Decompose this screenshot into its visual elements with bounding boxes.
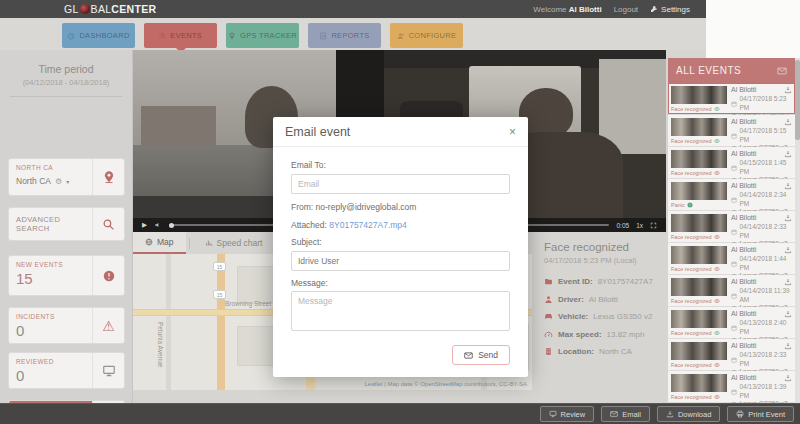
- tab-events[interactable]: ⚠ EVENTS: [144, 23, 217, 48]
- reviewed-card[interactable]: REVIEWED 0: [8, 352, 125, 389]
- event-thumbnail: [671, 150, 727, 168]
- download-icon[interactable]: [784, 246, 792, 254]
- new-events-card[interactable]: NEW EVENTS 15: [8, 255, 125, 296]
- tab-dashboard[interactable]: DASHBOARD: [62, 23, 135, 48]
- avenue-label: Petunia Avenue: [157, 322, 164, 367]
- event-date: 04/13/2018 2:40 PM: [740, 319, 796, 336]
- download-icon[interactable]: [784, 214, 792, 222]
- download-icon[interactable]: [784, 374, 792, 382]
- location-pin-icon[interactable]: [102, 170, 116, 184]
- volume-icon[interactable]: [154, 221, 162, 229]
- email-events-icon[interactable]: [777, 66, 787, 76]
- subject-input[interactable]: [291, 251, 510, 271]
- incidents-count: 0: [16, 322, 85, 339]
- calendar-icon: [731, 325, 737, 331]
- tab-gps-tracker[interactable]: GPS TRACKER: [226, 23, 299, 48]
- user-name: Al Bilotti: [569, 5, 602, 14]
- osm-link[interactable]: OpenStreetMap: [420, 381, 462, 387]
- street-label: Browning Street: [225, 300, 271, 307]
- video-scene-building: [141, 106, 216, 146]
- email-to-input[interactable]: [291, 174, 510, 194]
- event-list-item[interactable]: Face recognized Al Bilotti 04/17/2018 5:…: [668, 83, 795, 115]
- event-list-item[interactable]: Face recognized Al Bilotti 04/17/2018 5:…: [668, 115, 795, 147]
- time-period-title: Time period: [0, 63, 132, 75]
- user-config-icon: [397, 32, 405, 40]
- event-list-item[interactable]: Face recognized Al Bilotti 04/13/2018 1:…: [668, 371, 795, 403]
- printer-icon: [736, 410, 744, 418]
- close-icon[interactable]: ×: [509, 127, 516, 137]
- event-list-item[interactable]: Face recognized Al Bilotti 04/14/2018 2:…: [668, 211, 795, 243]
- download-button[interactable]: Download: [657, 406, 720, 422]
- event-type-badge: Panic: [671, 202, 685, 208]
- download-icon[interactable]: [784, 310, 792, 318]
- event-type-badge: Face recognized: [671, 394, 712, 400]
- alert-circle-icon: [102, 269, 116, 283]
- gear-icon[interactable]: ⚙: [55, 177, 62, 186]
- send-envelope-icon: [464, 351, 473, 360]
- eye-icon: [714, 298, 720, 304]
- event-thumbnail: [671, 374, 727, 392]
- folder-icon: [544, 277, 553, 286]
- event-list-item[interactable]: Face recognized Al Bilotti 04/13/2018 2:…: [668, 339, 795, 371]
- event-date: 04/14/2018 1:44 PM: [740, 255, 796, 272]
- email-icon: [610, 410, 618, 418]
- monitor-icon: [102, 364, 116, 378]
- events-scrollbar[interactable]: [795, 58, 800, 403]
- gauge-icon: [67, 32, 75, 40]
- tab-reports[interactable]: REPORTS: [308, 23, 381, 48]
- event-list-item[interactable]: Face recognized Al Bilotti 04/15/2018 1:…: [668, 147, 795, 179]
- message-textarea[interactable]: [291, 291, 510, 331]
- calendar-icon: [731, 389, 737, 395]
- detail-row-event-id: Event ID: 8Y01757427A7: [544, 277, 664, 286]
- tab-speed-chart[interactable]: Speed chart: [193, 232, 275, 254]
- calendar-icon: [731, 133, 737, 139]
- fullscreen-icon[interactable]: [650, 222, 657, 229]
- review-button[interactable]: Review: [540, 406, 595, 422]
- event-timestamp: 04/17/2018 5:23 PM (Local): [544, 256, 664, 265]
- calendar-icon: [731, 197, 737, 203]
- print-event-button[interactable]: Print Event: [727, 406, 794, 422]
- top-bar: GLBALCENTER Welcome Al Bilotti Logout Se…: [0, 0, 706, 18]
- region-label: NORTH CA: [16, 164, 85, 171]
- tab-map[interactable]: Map: [133, 232, 186, 254]
- event-date: 04/14/2018 2:33 PM: [740, 223, 796, 240]
- app-logo: GLBALCENTER: [64, 0, 156, 18]
- download-icon[interactable]: [784, 278, 792, 286]
- email-button[interactable]: Email: [601, 406, 650, 422]
- download-icon[interactable]: [784, 342, 792, 350]
- settings-link[interactable]: Settings: [650, 5, 690, 14]
- chevron-down-icon: ▾: [66, 178, 69, 185]
- advanced-search-label: ADVANCED SEARCH: [16, 215, 85, 233]
- logo-text-center: CENTER: [111, 3, 156, 15]
- download-icon[interactable]: [784, 118, 792, 126]
- eye-icon: [714, 234, 720, 240]
- filter-sidebar: Time period (04/12/2018 - 04/18/2018) NO…: [0, 50, 133, 403]
- region-select[interactable]: North CA ⚙ ▾: [16, 176, 85, 186]
- event-list-item[interactable]: Panic Al Bilotti 04/14/2018 2:34 PM Lexu…: [668, 179, 795, 211]
- download-icon[interactable]: [784, 150, 792, 158]
- new-events-label: NEW EVENTS: [16, 261, 85, 268]
- attachment-link[interactable]: 8Y01757427A7.mp4: [329, 220, 407, 230]
- send-button[interactable]: Send: [452, 345, 510, 365]
- event-type-badge: Face recognized: [671, 330, 712, 336]
- logout-link[interactable]: Logout: [614, 5, 638, 14]
- search-icon: [102, 218, 115, 231]
- incidents-card[interactable]: INCIDENTS 0 ⚠: [8, 307, 125, 344]
- event-list-item[interactable]: Face recognized Al Bilotti 04/13/2018 2:…: [668, 307, 795, 339]
- logo-text-gl: GL: [64, 3, 79, 15]
- map-pin-icon: [228, 32, 236, 40]
- app-window: GLBALCENTER Welcome Al Bilotti Logout Se…: [0, 0, 800, 424]
- download-icon[interactable]: [784, 182, 792, 190]
- tab-configure[interactable]: CONFIGURE: [390, 23, 463, 48]
- advanced-search-card[interactable]: ADVANCED SEARCH: [8, 207, 125, 241]
- bar-chart-icon: [205, 239, 213, 247]
- scrollbar-thumb[interactable]: [795, 60, 800, 140]
- play-button[interactable]: ▶: [142, 221, 147, 229]
- wrench-icon: [650, 5, 658, 13]
- download-icon[interactable]: [784, 86, 792, 94]
- leaflet-link[interactable]: Leaflet: [364, 381, 382, 387]
- playback-speed[interactable]: 1x: [636, 222, 643, 229]
- event-list-item[interactable]: Face recognized Al Bilotti 04/14/2018 1:…: [668, 243, 795, 275]
- event-list-item[interactable]: Face recognized Al Bilotti 04/14/2018 11…: [668, 275, 795, 307]
- event-type-badge: Face recognized: [671, 362, 712, 368]
